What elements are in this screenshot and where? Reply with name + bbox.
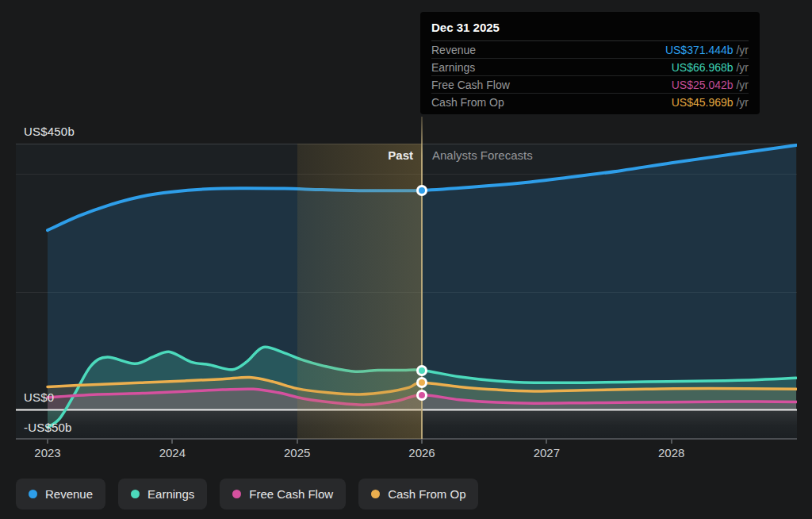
tooltip-metric-value: US$25.042b	[672, 79, 733, 91]
tooltip-unit: /yr	[733, 44, 749, 56]
tooltip-metric-value: US$66.968b	[672, 61, 733, 74]
y-axis-label: -US$50b	[24, 421, 72, 434]
tooltip-row: Free Cash FlowUS$25.042b /yr	[431, 76, 749, 94]
chart-legend: RevenueEarningsFree Cash FlowCash From O…	[16, 479, 478, 509]
tooltip-metric-label: Earnings	[431, 61, 475, 74]
tooltip-row: Cash From OpUS$45.969b /yr	[431, 94, 749, 111]
x-axis-tick-label: 2024	[147, 446, 197, 459]
tooltip-metric-label: Free Cash Flow	[431, 79, 510, 91]
y-axis-label: US$450b	[24, 125, 75, 138]
tooltip-metric-label: Cash From Op	[431, 96, 504, 109]
legend-dot	[131, 490, 140, 498]
x-axis-tick-label: 2023	[22, 446, 73, 459]
tooltip-unit: /yr	[733, 96, 749, 109]
legend-dot	[371, 490, 380, 498]
x-axis-tick	[47, 439, 48, 444]
tooltip-metric-value: US$371.444b	[665, 44, 733, 56]
past-section-label: Past	[0, 148, 413, 162]
x-axis-tick	[671, 439, 672, 444]
legend-label: Revenue	[45, 487, 93, 501]
y-axis-label: US$0	[24, 390, 54, 404]
cash-from-op-marker-dot	[416, 377, 427, 388]
x-axis-tick-label: 2028	[646, 446, 697, 459]
tooltip-unit: /yr	[733, 61, 749, 74]
tooltip-row: RevenueUS$371.444b /yr	[431, 41, 749, 59]
x-axis-tick	[297, 439, 298, 444]
tooltip-metric-value-group: US$66.968b /yr	[672, 60, 749, 75]
earnings-revenue-forecast-chart: US$450bUS$0-US$50b 202320242025202620272…	[0, 0, 812, 519]
legend-item-revenue[interactable]: Revenue	[16, 479, 105, 509]
x-axis-tick-label: 2025	[272, 446, 323, 459]
tooltip-row: EarningsUS$66.968b /yr	[431, 59, 749, 76]
legend-label: Earnings	[147, 487, 194, 501]
legend-dot	[232, 490, 241, 498]
chart-tooltip: Dec 31 2025 RevenueUS$371.444b /yrEarnin…	[420, 12, 760, 114]
tooltip-metric-value-group: US$45.969b /yr	[672, 95, 749, 110]
forecasts-section-label: Analysts Forecasts	[432, 148, 533, 162]
tooltip-unit: /yr	[733, 79, 749, 91]
legend-item-free-cash-flow[interactable]: Free Cash Flow	[220, 479, 346, 509]
x-axis-tick-label: 2026	[396, 446, 447, 459]
tooltip-metric-value-group: US$25.042b /yr	[672, 78, 749, 92]
revenue-marker-dot	[416, 185, 427, 196]
tooltip-metric-value-group: US$371.444b /yr	[665, 43, 749, 57]
legend-label: Free Cash Flow	[249, 487, 333, 501]
tooltip-metric-value: US$45.969b	[672, 96, 733, 109]
tooltip-metric-label: Revenue	[431, 44, 476, 56]
legend-item-earnings[interactable]: Earnings	[118, 479, 207, 509]
x-axis-tick-label: 2027	[521, 446, 572, 459]
free-cash-flow-marker-dot	[416, 390, 427, 401]
legend-dot	[29, 490, 37, 498]
tooltip-rows: RevenueUS$371.444b /yrEarningsUS$66.968b…	[431, 41, 749, 111]
legend-item-cash-from-op[interactable]: Cash From Op	[358, 479, 478, 509]
x-axis-tick	[546, 439, 547, 444]
tooltip-date: Dec 31 2025	[431, 19, 749, 41]
legend-label: Cash From Op	[388, 487, 465, 501]
x-axis-tick	[171, 439, 173, 444]
earnings-marker-dot	[416, 365, 427, 376]
x-axis-tick	[421, 439, 423, 444]
